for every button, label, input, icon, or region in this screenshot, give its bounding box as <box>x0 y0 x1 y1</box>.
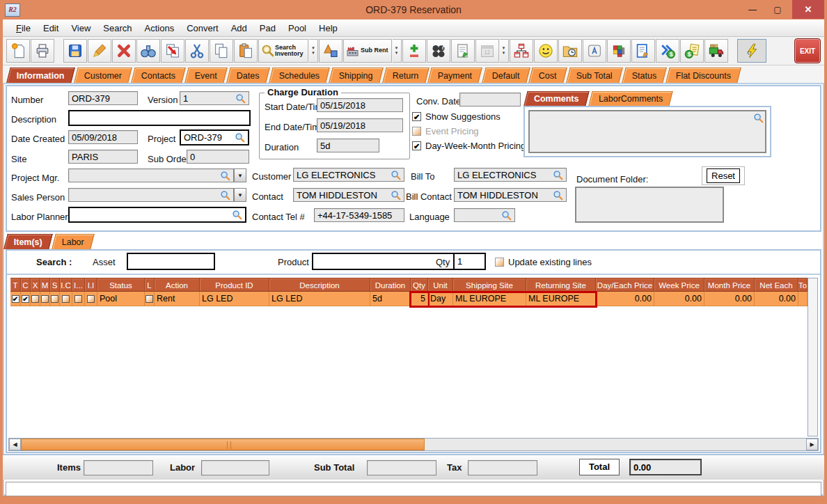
new-order-button[interactable] <box>6 39 30 63</box>
delete-button[interactable] <box>112 39 136 63</box>
tab-comments[interactable]: Comments <box>523 91 589 106</box>
folder-history-button[interactable] <box>558 39 582 63</box>
update-existing-lines-box[interactable] <box>495 258 504 267</box>
item-row[interactable]: ✔ ✔ Pool Rent LG LED LG LED 5d 5 Day ML … <box>10 292 808 306</box>
ic-checkbox[interactable] <box>62 295 70 303</box>
show-suggestions-box[interactable]: ✔ <box>412 112 421 121</box>
sales-person-field[interactable] <box>68 188 234 202</box>
m-checkbox[interactable] <box>41 295 49 303</box>
bill-contact-field[interactable]: TOM HIDDLESTON <box>454 188 567 202</box>
minimize-button[interactable]: — <box>742 4 763 17</box>
dwm-pricing-checkbox[interactable]: ✔ Day-Week-Month Pricing <box>412 141 526 151</box>
sales-person-dropdown[interactable]: ▼ <box>234 188 246 202</box>
menu-file[interactable]: File <box>10 22 37 35</box>
scroll-right-arrow-icon[interactable]: ▶ <box>806 439 818 450</box>
comments-textarea[interactable] <box>528 110 766 153</box>
contact-tel-field[interactable]: +44-17-5349-1585 <box>314 208 404 222</box>
cell-m[interactable] <box>40 292 50 306</box>
scroll-left-arrow-icon[interactable]: ◀ <box>9 439 21 450</box>
cell-net-each[interactable]: 0.00 <box>755 292 798 306</box>
truck-shipping-button[interactable] <box>704 39 728 63</box>
cell-duration[interactable]: 5d <box>370 292 411 306</box>
title-bar[interactable]: R2 ORD-379 Reservation — ▢ ✕ <box>0 0 827 19</box>
menu-edit[interactable]: Edit <box>37 22 65 35</box>
document-folder-box[interactable] <box>575 187 724 223</box>
smiley-button[interactable] <box>534 39 558 63</box>
keyboard-button[interactable] <box>583 39 606 63</box>
col-qty[interactable]: Qty <box>411 278 428 292</box>
sub-orders-field[interactable]: 0 <box>187 150 249 164</box>
col-ii[interactable]: I.I <box>85 278 97 292</box>
cell-shipping-site[interactable]: ML EUROPE <box>453 292 526 306</box>
tab-status[interactable]: Status <box>622 68 667 83</box>
edit-button[interactable] <box>88 39 111 63</box>
tab-return[interactable]: Return <box>382 68 429 83</box>
col-c[interactable]: C <box>21 278 31 292</box>
cell-x[interactable] <box>31 292 40 306</box>
bill-contact-search-icon[interactable] <box>553 190 563 200</box>
col-month-price[interactable]: Month Price <box>704 278 755 292</box>
col-m[interactable]: M <box>40 278 50 292</box>
product-input[interactable] <box>312 253 457 270</box>
tab-dates[interactable]: Dates <box>227 68 270 83</box>
col-ic[interactable]: I.C <box>60 278 72 292</box>
print-button[interactable] <box>31 39 54 63</box>
graphics-button[interactable] <box>319 39 342 63</box>
tab-labor[interactable]: Labor <box>52 234 94 249</box>
items-horizontal-scrollbar[interactable]: ◀ ▶ <box>8 438 819 451</box>
cell-ii[interactable] <box>85 292 97 306</box>
qty-input[interactable]: 1 <box>453 253 486 270</box>
labor-planner-field[interactable] <box>68 207 246 223</box>
col-l[interactable]: L <box>145 278 155 292</box>
cell-qty[interactable]: 5 <box>411 292 428 306</box>
cell-ic[interactable] <box>60 292 72 306</box>
edit-document-button[interactable] <box>631 39 655 63</box>
add-remove-button[interactable] <box>402 39 426 63</box>
language-field[interactable] <box>454 208 515 222</box>
items-vertical-scrollbar[interactable] <box>808 278 818 436</box>
dwm-pricing-box[interactable]: ✔ <box>412 141 421 150</box>
cell-returning-site[interactable]: ML EUROPE <box>526 292 596 306</box>
tab-shipping[interactable]: Shipping <box>329 68 384 83</box>
conv-date-field[interactable] <box>459 93 521 107</box>
exit-button[interactable]: EXIT <box>794 38 821 63</box>
cut-button[interactable] <box>185 39 209 63</box>
tab-event[interactable]: Event <box>185 68 228 83</box>
cell-i-dot[interactable] <box>72 292 85 306</box>
language-search-icon[interactable] <box>501 210 512 221</box>
col-s[interactable]: S <box>50 278 60 292</box>
maximize-button[interactable]: ▢ <box>767 4 788 17</box>
asset-input[interactable] <box>127 253 215 270</box>
col-description[interactable]: Description <box>269 278 370 292</box>
search-inventory-dropdown[interactable]: ▼▼ <box>309 39 318 63</box>
project-mgr-dropdown[interactable]: ▼ <box>234 168 246 182</box>
invoice-dollar-button[interactable]: $ <box>680 39 704 63</box>
contact-field[interactable]: TOM HIDDLESTON <box>293 188 404 202</box>
col-net-each[interactable]: Net Each <box>755 278 798 292</box>
col-week-price[interactable]: Week Price <box>654 278 704 292</box>
menu-pool[interactable]: Pool <box>282 22 313 35</box>
bill-to-field[interactable]: LG ELECTRONICS <box>454 168 567 182</box>
tab-payment[interactable]: Payment <box>428 68 483 83</box>
menu-view[interactable]: View <box>65 22 97 35</box>
l-checkbox[interactable] <box>145 295 153 303</box>
col-status[interactable]: Status <box>97 278 145 292</box>
end-date-field[interactable]: 05/19/2018 <box>317 118 403 132</box>
col-returning-site[interactable]: Returning Site <box>526 278 596 292</box>
tab-information[interactable]: Information <box>6 68 74 83</box>
ii-checkbox[interactable] <box>87 295 95 303</box>
cell-status[interactable]: Pool <box>97 292 145 306</box>
labor-planner-search-icon[interactable] <box>232 210 242 220</box>
tab-cost[interactable]: Cost <box>529 68 567 83</box>
menu-pad[interactable]: Pad <box>253 22 282 35</box>
send-invoice-button[interactable]: $ <box>656 39 679 63</box>
number-field[interactable]: ORD-379 <box>68 91 138 105</box>
project-mgr-search-icon[interactable] <box>220 171 230 181</box>
cell-week-price[interactable]: 0.00 <box>654 292 704 306</box>
cell-month-price[interactable]: 0.00 <box>704 292 755 306</box>
duration-field[interactable]: 5d <box>317 139 379 152</box>
t-checkbox[interactable]: ✔ <box>12 295 19 303</box>
description-field[interactable] <box>68 110 251 126</box>
scrollbar-thumb[interactable] <box>21 439 425 450</box>
calendar-dropdown[interactable]: ▼▼ <box>500 39 509 63</box>
